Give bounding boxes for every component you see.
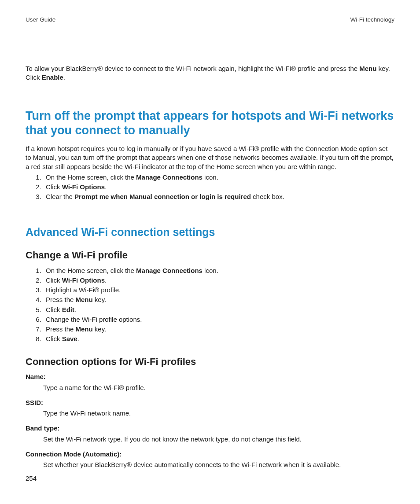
document-page: User Guide Wi-Fi technology To allow you… [0, 0, 420, 469]
step-item: On the Home screen, click the Manage Con… [43, 173, 394, 182]
page-number: 254 [26, 474, 37, 483]
text: Click [46, 276, 62, 284]
body-paragraph: If a known hotspot requires you to log i… [26, 144, 394, 171]
intro-paragraph: To allow your BlackBerry® device to conn… [26, 64, 394, 82]
text: . [77, 335, 79, 342]
text: check box. [251, 193, 284, 200]
step-item: Clear the Prompt me when Manual connecti… [43, 192, 394, 201]
option-desc-band: Set the Wi-Fi network type. If you do no… [43, 435, 394, 444]
option-term-connection-mode: Connection Mode (Automatic): [26, 450, 394, 459]
option-desc-connection-mode: Set whether your BlackBerry® device auto… [43, 460, 394, 469]
steps-list-a: On the Home screen, click the Manage Con… [26, 173, 394, 202]
bold-text: Enable [42, 74, 63, 81]
step-item: Click Wi-Fi Options. [43, 183, 394, 191]
text: icon. [203, 173, 218, 181]
bold-text: Manage Connections [136, 173, 203, 181]
bold-text: Menu [359, 65, 376, 72]
steps-list-b: On the Home screen, click the Manage Con… [26, 266, 394, 344]
text: key. [93, 325, 107, 333]
bold-text: Edit [62, 306, 74, 313]
heading-connection-options: Connection options for Wi-Fi profiles [26, 355, 394, 368]
step-item: Press the Menu key. [43, 295, 394, 304]
bold-text: Save [62, 335, 77, 342]
text: Click [46, 306, 62, 313]
bold-text: Menu [76, 325, 93, 333]
options-list: Name: Type a name for the Wi-Fi® profile… [26, 372, 394, 469]
heading-advanced-settings: Advanced Wi-Fi connection settings [26, 225, 394, 239]
option-term-band: Band type: [26, 424, 394, 433]
heading-turn-off-prompt: Turn off the prompt that appears for hot… [26, 109, 394, 139]
bold-text: Wi-Fi Options [62, 183, 105, 191]
text: Clear the [46, 193, 74, 200]
text: icon. [203, 267, 218, 274]
text: key. [93, 296, 107, 303]
step-item: Click Save. [43, 335, 394, 343]
option-desc-ssid: Type the Wi-Fi network name. [43, 409, 394, 418]
text: On the Home screen, click the [46, 267, 136, 274]
text: . [63, 74, 65, 81]
step-item: On the Home screen, click the Manage Con… [43, 266, 394, 275]
step-item: Press the Menu key. [43, 325, 394, 334]
option-term-name: Name: [26, 372, 394, 381]
header-right: Wi-Fi technology [350, 16, 394, 24]
text: To allow your BlackBerry® device to conn… [26, 65, 359, 72]
text: Click [46, 183, 62, 191]
heading-change-profile: Change a Wi-Fi profile [26, 249, 394, 262]
text: . [105, 183, 107, 191]
running-header: User Guide Wi-Fi technology [26, 16, 394, 24]
option-term-ssid: SSID: [26, 398, 394, 407]
text: On the Home screen, click the [46, 173, 136, 181]
text: Press the [46, 325, 76, 333]
bold-text: Wi-Fi Options [62, 276, 105, 284]
text: . [105, 276, 107, 284]
step-item: Click Edit. [43, 305, 394, 314]
step-item: Change the Wi-Fi profile options. [43, 315, 394, 324]
bold-text: Menu [76, 296, 93, 303]
text: Click [46, 335, 62, 342]
step-item: Highlight a Wi-Fi® profile. [43, 286, 394, 294]
header-left: User Guide [26, 16, 55, 24]
step-item: Click Wi-Fi Options. [43, 276, 394, 285]
text: . [74, 306, 76, 313]
bold-text: Prompt me when Manual connection or logi… [74, 193, 251, 200]
text: Press the [46, 296, 76, 303]
option-desc-name: Type a name for the Wi-Fi® profile. [43, 383, 394, 392]
bold-text: Manage Connections [136, 267, 203, 274]
